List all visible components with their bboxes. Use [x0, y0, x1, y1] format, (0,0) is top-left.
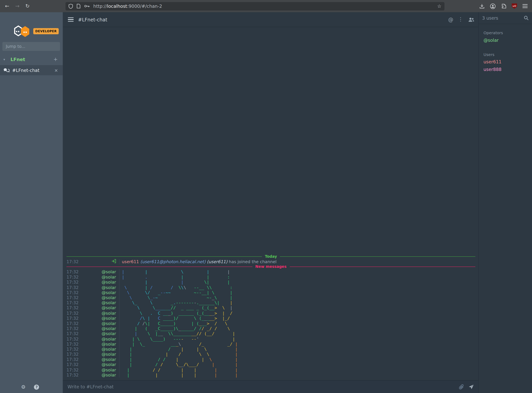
art-rows: 17:32@solar| | \ | |17:32@solar| . | | :…	[67, 269, 475, 378]
jump-to-search[interactable]	[2, 42, 60, 51]
message-sender[interactable]: @solar	[78, 285, 119, 290]
close-channel-icon[interactable]: ×	[54, 68, 59, 73]
userlist-user[interactable]: user888	[483, 66, 527, 73]
message-row: 17:32@solar \ | / / \\\ --__ \\ :	[67, 285, 475, 290]
message-sender[interactable]: @solar	[78, 347, 119, 352]
message-row: 17:32@solar | | | | | |	[67, 372, 475, 378]
message-row: 17:32@solar | ( _C_____)\______/ // _/ /…	[67, 326, 475, 331]
browser-actions: uO	[479, 3, 532, 9]
extensions-icon[interactable]	[501, 3, 507, 9]
userlist-toggle-icon[interactable]	[468, 17, 474, 22]
message-row: 17:32@solar | | \| |	[67, 280, 475, 285]
message-row: 17:32@solar | \ |__ \\_________// (__/ |	[67, 331, 475, 336]
message-row: 17:32@solar \_ \ _.--------.______\| |	[67, 300, 475, 305]
message-sender[interactable]: @solar	[78, 269, 119, 275]
message-sender[interactable]: @solar	[78, 326, 119, 331]
forward-icon[interactable]: →	[12, 3, 22, 9]
message-list[interactable]: Today 17:32 user611 (user611@photon.heli…	[63, 27, 478, 380]
url-text[interactable]: http://localhost:9000/#/chan-2	[93, 4, 162, 9]
join-action: has joined the channel	[229, 259, 276, 264]
userlist-header: 3 users	[479, 12, 532, 24]
ublock-icon[interactable]: uO	[512, 3, 517, 9]
message-text: \ \_-~ ~-_\ |	[119, 295, 475, 300]
message-time: 17:32	[67, 372, 78, 378]
back-icon[interactable]: ←	[2, 3, 12, 9]
shield-icon[interactable]	[69, 4, 73, 9]
join-account: (user611)	[207, 259, 227, 264]
hamburger-icon[interactable]	[68, 17, 74, 22]
message-sender[interactable]: @solar	[78, 321, 119, 326]
menu-icon[interactable]	[522, 3, 528, 9]
message-row: 17:32@solar | / / | | \ |	[67, 357, 475, 362]
message-sender[interactable]: @solar	[78, 295, 119, 300]
mentions-icon[interactable]: @	[448, 16, 453, 23]
message-sender[interactable]: @solar	[78, 352, 119, 357]
message-sender[interactable]: @solar	[78, 341, 119, 347]
page-info-icon[interactable]	[77, 4, 80, 8]
divider-new-messages: New messages	[67, 264, 475, 269]
message-text: | / / | | | |	[119, 367, 475, 372]
network-name[interactable]: LFnet	[10, 57, 54, 62]
account-icon[interactable]	[490, 3, 496, 9]
downloads-icon[interactable]	[479, 3, 485, 9]
join-nick[interactable]: user611	[122, 259, 139, 264]
message-text: / /\| C_____) | (___> / \	[119, 321, 475, 326]
network-row[interactable]: ▾ LFnet +	[0, 55, 63, 63]
message-text: \ . C ___) ______ (_(____> | /	[119, 311, 475, 316]
message-row: 17:32@solar \ \_-~ ~-_\ |	[67, 295, 475, 300]
message-row: 17:32@solar | / | | \ |	[67, 347, 475, 352]
message-sender[interactable]: @solar	[78, 275, 119, 280]
message-row: 17:32@solar /\ | C ____)/ \ (_____> |_/	[67, 316, 475, 321]
message-row: 17:32@solar| | \ | |	[67, 269, 475, 275]
userlist-user[interactable]: user611	[483, 59, 527, 65]
message-sender[interactable]: @solar	[78, 316, 119, 321]
settings-gear-icon[interactable]: ⚙	[21, 384, 25, 390]
message-time: 17:32	[67, 336, 78, 341]
message-sender[interactable]: @solar	[78, 300, 119, 305]
message-sender[interactable]: @solar	[78, 362, 119, 367]
message-time: 17:32	[67, 321, 78, 326]
message-row: 17:32@solar | | / \ \ |	[67, 352, 475, 357]
sidebar-channel-active[interactable]: #LFnet-chat ×	[0, 65, 63, 75]
message-sender[interactable]: @solar	[78, 357, 119, 362]
message-sender[interactable]: @solar	[78, 280, 119, 285]
message-text: /\ | C ____)/ \ (_____> |_/	[119, 316, 475, 321]
key-icon[interactable]	[84, 5, 90, 8]
help-icon[interactable]: ?	[34, 384, 39, 389]
message-text: | / / | | \ |	[119, 357, 475, 362]
message-time: 17:32	[67, 259, 78, 264]
message-time: 17:32	[67, 300, 78, 305]
userlist-search-icon[interactable]	[524, 15, 528, 20]
attachment-icon[interactable]	[459, 384, 464, 389]
message-text: | / / \__/\___/ | |	[119, 362, 475, 367]
message-sender[interactable]: @solar	[78, 336, 119, 341]
message-time: 17:32	[67, 305, 78, 311]
jump-to-input[interactable]	[5, 44, 57, 49]
message-sender[interactable]: @solar	[78, 290, 119, 295]
message-sender[interactable]: @solar	[78, 372, 119, 378]
message-row: 17:32@solar | \_ ___\ /_ _/ |	[67, 341, 475, 347]
message-input-bar	[63, 380, 478, 393]
message-sender[interactable]: @solar	[78, 311, 119, 316]
chat-panel: #LFnet-chat @ ⋮ Today 17:32 user611 (use…	[63, 12, 478, 393]
message-time: 17:32	[67, 352, 78, 357]
add-channel-icon[interactable]: +	[54, 56, 59, 62]
message-input[interactable]	[67, 384, 459, 390]
message-sender[interactable]: @solar	[78, 305, 119, 311]
sidebar-footer: ⚙ ?	[0, 381, 63, 393]
url-bar[interactable]: http://localhost:9000/#/chan-2 ☆	[65, 2, 444, 10]
message-sender[interactable]: @solar	[78, 331, 119, 336]
kebab-menu-icon[interactable]: ⋮	[458, 17, 463, 22]
message-text: | | / \ \ |	[119, 352, 475, 357]
message-sender[interactable]: @solar	[78, 367, 119, 372]
message-row: 17:32@solar | / / | | | |	[67, 367, 475, 372]
screen: ← → ↻ http://localhost:9000/#/chan-2 ☆ u…	[0, 0, 532, 393]
sidebar: DEVELOPER ▾ LFnet + #LFnet-chat × ⚙ ?	[0, 12, 63, 393]
browser-toolbar: ← → ↻ http://localhost:9000/#/chan-2 ☆ u…	[0, 0, 532, 12]
send-icon[interactable]	[469, 384, 474, 389]
reload-icon[interactable]: ↻	[22, 3, 32, 9]
chevron-down-icon[interactable]: ▾	[3, 58, 9, 61]
bookmark-star-icon[interactable]: ☆	[437, 3, 441, 9]
userlist-user[interactable]: @solar	[483, 37, 527, 43]
message-time: 17:32	[67, 341, 78, 347]
